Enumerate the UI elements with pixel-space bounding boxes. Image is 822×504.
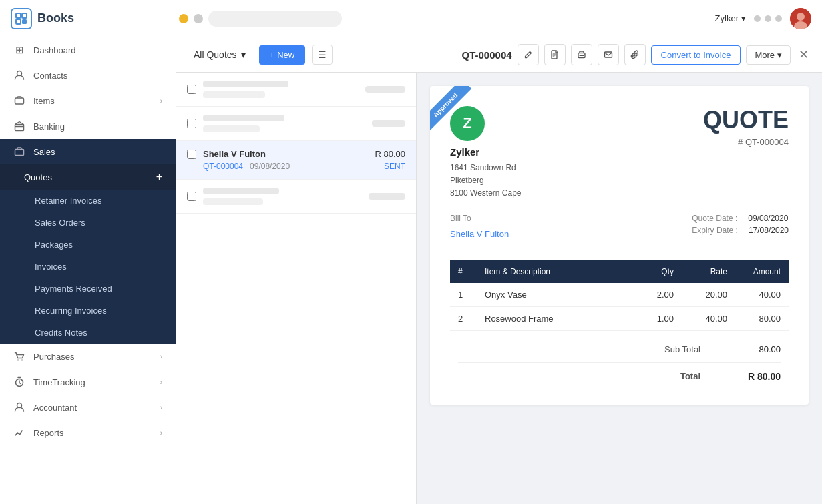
col-rate: Rate <box>682 260 735 283</box>
filter-dropdown[interactable]: All Quotes ▾ <box>187 45 252 64</box>
sidebar-item-accountant[interactable]: Accountant › <box>0 395 176 420</box>
line-qty-2: 1.00 <box>628 306 682 330</box>
pdf-button[interactable] <box>544 44 566 65</box>
email-button[interactable] <box>598 44 619 65</box>
line-item-1: 1 Onyx Vase 2.00 20.00 40.00 <box>450 283 789 307</box>
svg-point-17 <box>584 54 585 55</box>
sub-total-row: Sub Total 80.00 <box>450 342 789 357</box>
line-desc-2: Rosewood Frame <box>477 306 628 330</box>
org-name[interactable]: Zylker ▾ <box>715 13 746 23</box>
approved-badge: Approved <box>430 86 483 140</box>
list-checkbox[interactable] <box>187 192 196 201</box>
expiry-date-value: 17/08/2020 <box>749 226 789 235</box>
list-item[interactable] <box>176 107 416 141</box>
contacts-icon <box>13 69 25 81</box>
bill-to-name: Sheila V Fulton <box>450 229 509 239</box>
list-checkbox-sheila[interactable] <box>187 150 196 159</box>
sidebar-item-dashboard[interactable]: ⊞ Dashboard <box>0 37 176 63</box>
sidebar-item-recurring-invoices[interactable]: Recurring Invoices <box>0 300 176 322</box>
print-button[interactable] <box>571 44 592 65</box>
sidebar-label-sales: Sales <box>33 147 158 157</box>
expiry-date-label: Expiry Date : <box>692 226 738 235</box>
sub-total-value: 80.00 <box>727 344 781 354</box>
status-dot-gray <box>194 14 203 23</box>
total-row: Total R 80.00 <box>450 368 789 385</box>
quote-title: QUOTE <box>703 106 789 134</box>
sidebar-item-sales-orders[interactable]: Sales Orders <box>0 212 176 234</box>
dot3[interactable] <box>775 15 782 22</box>
list-toolbar: All Quotes ▾ + QT-000004 New ☰ QT-000004 <box>176 37 822 73</box>
sidebar-item-payments-received[interactable]: Payments Received <box>0 278 176 300</box>
dot2[interactable] <box>765 15 771 22</box>
list-item[interactable] <box>176 73 416 107</box>
list-item-sub: QT-000004 09/08/2020 SENT <box>187 162 405 171</box>
totals-section: Sub Total 80.00 Total R 80.00 <box>450 342 789 385</box>
logo-icon <box>11 8 32 29</box>
svg-point-12 <box>21 360 23 361</box>
sidebar-item-reports[interactable]: Reports › <box>0 420 176 445</box>
sidebar-item-invoices[interactable]: Invoices <box>0 256 176 278</box>
sidebar-label-purchases: Purchases <box>33 352 152 362</box>
company-address: 1641 Sandown Rd Piketberg 8100 Western C… <box>450 162 522 200</box>
col-hash: # <box>450 260 477 283</box>
list-checkbox[interactable] <box>187 85 196 94</box>
quote-title-area: QUOTE # QT-000004 <box>703 106 789 147</box>
list-item-ref: QT-000004 <box>203 162 243 171</box>
sidebar-label-accountant: Accountant <box>33 403 152 413</box>
line-item-2: 2 Rosewood Frame 1.00 40.00 80.00 <box>450 306 789 330</box>
sidebar-item-timetracking[interactable]: TimeTracking › <box>0 369 176 395</box>
list-item-sheila[interactable]: Sheila V Fulton R 80.00 QT-000004 09/08/… <box>176 141 416 180</box>
sidebar-label-items: Items <box>33 96 152 106</box>
close-button[interactable]: ✕ <box>796 45 811 65</box>
accountant-icon <box>13 401 25 413</box>
attach-button[interactable] <box>624 44 646 65</box>
convert-to-invoice-button[interactable]: Convert to Invoice <box>651 45 741 65</box>
sidebar-submenu-sales: Quotes + Retainer Invoices Sales Orders … <box>0 164 176 344</box>
sidebar-item-credits-notes[interactable]: Credits Notes <box>0 322 176 344</box>
list-item[interactable] <box>176 180 416 214</box>
edit-button[interactable] <box>518 44 539 65</box>
purchases-arrow: › <box>160 353 162 360</box>
svg-rect-0 <box>16 13 21 18</box>
svg-rect-1 <box>22 13 27 18</box>
sidebar-item-banking[interactable]: Banking <box>0 113 176 139</box>
sidebar-item-contacts[interactable]: Contacts <box>0 63 176 88</box>
new-button[interactable]: + QT-000004 New <box>259 45 306 65</box>
line-num-1: 1 <box>450 283 477 307</box>
dot1[interactable] <box>754 15 761 22</box>
timetracking-arrow: › <box>160 379 162 386</box>
more-button[interactable]: More ▾ <box>746 45 791 65</box>
sidebar-item-quotes[interactable]: Quotes + <box>0 164 176 190</box>
sidebar-item-packages[interactable]: Packages <box>0 234 176 256</box>
svg-rect-15 <box>552 51 557 59</box>
dates-section: Quote Date : 09/08/2020 Expiry Date : 17… <box>692 214 789 235</box>
sales-arrow: − <box>158 148 162 156</box>
invoice-id: QT-000004 <box>462 49 512 61</box>
svg-rect-9 <box>15 125 24 131</box>
reports-icon <box>13 427 25 439</box>
accountant-arrow: › <box>160 404 162 411</box>
sidebar-label-reports: Reports <box>33 428 152 438</box>
logo-area: Books <box>11 8 171 29</box>
sidebar-item-items[interactable]: Items › <box>0 88 176 113</box>
line-rate-2: 40.00 <box>682 306 735 330</box>
sidebar: ⊞ Dashboard Contacts Items › Banking <box>0 37 176 504</box>
sidebar-item-purchases[interactable]: Purchases › <box>0 344 176 369</box>
purchases-icon <box>13 350 25 362</box>
sidebar-item-sales[interactable]: Sales − <box>0 139 176 164</box>
svg-rect-18 <box>604 52 612 57</box>
line-rate-1: 20.00 <box>682 283 735 307</box>
sidebar-label-banking: Banking <box>33 121 162 132</box>
top-center <box>179 11 707 27</box>
top-right: Zylker ▾ <box>715 8 811 29</box>
invoice-detail: Approved Z Zylker 1641 Sandown Rd Piketb… <box>417 73 822 504</box>
quote-number: # QT-000004 <box>703 137 789 147</box>
sidebar-item-retainer-invoices[interactable]: Retainer Invoices <box>0 190 176 212</box>
list-panel: Sheila V Fulton R 80.00 QT-000004 09/08/… <box>176 73 417 504</box>
user-avatar[interactable] <box>790 8 811 29</box>
sidebar-label-timetracking: TimeTracking <box>33 377 152 387</box>
quotes-add-icon[interactable]: + <box>156 171 162 183</box>
list-item-amount: R 80.00 <box>375 149 405 159</box>
list-checkbox[interactable] <box>187 119 196 128</box>
hamburger-button[interactable]: ☰ <box>312 45 333 65</box>
